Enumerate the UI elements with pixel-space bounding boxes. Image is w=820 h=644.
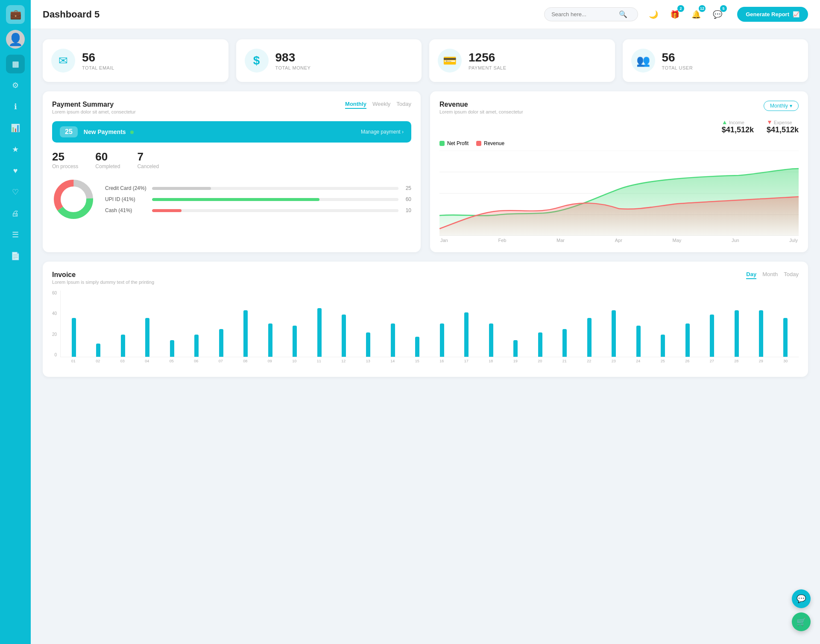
stat-card-email: ✉ 56 TOTAL EMAIL xyxy=(43,39,228,82)
x-label-13: 13 xyxy=(357,359,380,363)
search-input[interactable] xyxy=(551,11,615,17)
bar-col-27 xyxy=(700,315,723,357)
payment-stats-row: 25 On process 60 Completed 7 Canceled xyxy=(52,150,411,169)
x-label-11: 11 xyxy=(308,359,331,363)
generate-report-button[interactable]: Generate Report 📈 xyxy=(737,7,808,22)
x-label-01: 01 xyxy=(62,359,85,363)
money-stat-icon: $ xyxy=(245,49,269,73)
new-payments-bar: 25 New Payments Manage payment › xyxy=(52,121,411,143)
inv-tab-month[interactable]: Month xyxy=(762,271,778,279)
stat-card-user: 👥 56 TOTAL USER xyxy=(623,39,808,82)
x-label-16: 16 xyxy=(430,359,454,363)
sidebar-item-list[interactable]: ☰ xyxy=(6,225,25,244)
sidebar-item-chart[interactable]: 📊 xyxy=(6,119,25,137)
revenue-title: Revenue xyxy=(439,101,523,108)
invoice-card: Invoice Lorem Ipsum is simply dummy text… xyxy=(43,262,808,377)
theme-toggle-button[interactable]: 🌙 xyxy=(646,7,661,22)
bar-12 xyxy=(342,315,346,357)
x-label-25: 25 xyxy=(651,359,674,363)
sidebar-item-dashboard[interactable]: ▦ xyxy=(6,55,25,73)
settings-icon: ⚙ xyxy=(12,81,19,90)
bar-col-25 xyxy=(651,335,674,357)
header: Dashboard 5 🔍 🌙 🎁 2 🔔 12 💬 5 Generate Re xyxy=(31,0,820,29)
middle-row: Payment Summary Lorem ipsum dolor sit am… xyxy=(43,91,808,252)
generate-report-label: Generate Report xyxy=(746,11,789,17)
tab-weekly[interactable]: Weekly xyxy=(372,101,390,109)
cart-fab-button[interactable]: 🛒 xyxy=(792,612,811,631)
x-label-29: 29 xyxy=(750,359,773,363)
support-icon: 💬 xyxy=(797,594,806,603)
new-payments-count: 25 xyxy=(60,126,78,137)
bar-30 xyxy=(783,318,788,357)
invoice-chart-wrapper: 60 40 20 0 01020304050607080910111213141… xyxy=(52,291,799,367)
bar-11 xyxy=(317,308,322,357)
tab-monthly[interactable]: Monthly xyxy=(345,101,366,109)
sidebar-item-document[interactable]: 📄 xyxy=(6,247,25,265)
list-icon: ☰ xyxy=(12,230,19,239)
sidebar-item-heart-filled[interactable]: ♥ xyxy=(6,161,25,180)
revenue-month-button[interactable]: Monthly ▾ xyxy=(764,101,799,111)
bar-14 xyxy=(391,323,395,357)
expense-item: ▼ Expense $41,512k xyxy=(767,119,799,134)
x-label-jun: Jun xyxy=(732,238,739,243)
sidebar-avatar[interactable]: 👤 xyxy=(6,30,25,49)
chat-button[interactable]: 💬 5 xyxy=(710,7,725,22)
manage-payment-link[interactable]: Manage payment › xyxy=(361,129,404,135)
sidebar-item-settings[interactable]: ⚙ xyxy=(6,76,25,95)
sidebar-logo[interactable]: 💼 xyxy=(6,5,25,24)
donut-section: Credit Card (24%) 25 UPI ID (41%) 60 xyxy=(52,178,411,221)
x-label-feb: Feb xyxy=(498,238,506,243)
bar-09 xyxy=(268,323,272,357)
bar-26 xyxy=(685,323,690,357)
search-bar[interactable]: 🔍 xyxy=(544,7,638,21)
bar-col-23 xyxy=(602,310,625,357)
bar-24 xyxy=(636,326,641,357)
x-label-jan: Jan xyxy=(440,238,448,243)
revenue-subtitle: Lorem ipsum dolor sit amet, consectetur xyxy=(439,109,523,114)
main-area: Dashboard 5 🔍 🌙 🎁 2 🔔 12 💬 5 Generate Re xyxy=(31,0,820,644)
x-label-07: 07 xyxy=(209,359,232,363)
sidebar-item-print[interactable]: 🖨 xyxy=(6,204,25,223)
bar-col-28 xyxy=(725,310,748,357)
gift-button[interactable]: 🎁 2 xyxy=(667,7,682,22)
bar-20 xyxy=(538,332,542,357)
heart-outline-icon: ♡ xyxy=(12,187,19,197)
x-label-july: July xyxy=(789,238,798,243)
sidebar-item-star[interactable]: ★ xyxy=(6,140,25,159)
bar-col-20 xyxy=(529,332,551,357)
stat-cards-row: ✉ 56 TOTAL EMAIL $ 983 TOTAL MONEY 💳 125… xyxy=(43,39,808,82)
bar-19 xyxy=(513,340,518,357)
bar-col-03 xyxy=(111,335,134,357)
bar-col-06 xyxy=(185,335,208,357)
bar-29 xyxy=(759,310,763,357)
invoice-tabs: Day Month Today xyxy=(746,271,799,279)
bar-col-30 xyxy=(774,318,797,357)
notification-button[interactable]: 🔔 12 xyxy=(688,7,704,22)
bar-col-24 xyxy=(627,326,650,357)
progress-credit-card: Credit Card (24%) 25 xyxy=(105,185,411,191)
new-payments-label: New Payments xyxy=(84,128,126,135)
x-label-21: 21 xyxy=(553,359,576,363)
progress-upi: UPI ID (41%) 60 xyxy=(105,196,411,202)
sidebar-item-info[interactable]: ℹ xyxy=(6,97,25,116)
inv-tab-today[interactable]: Today xyxy=(784,271,799,279)
x-label-10: 10 xyxy=(283,359,306,363)
sidebar-item-heart-outline[interactable]: ♡ xyxy=(6,183,25,201)
support-fab-button[interactable]: 💬 xyxy=(792,589,811,608)
bar-col-09 xyxy=(259,323,281,357)
bar-col-29 xyxy=(750,310,772,357)
user-stat-value: 56 xyxy=(662,51,693,64)
email-stat-icon: ✉ xyxy=(51,49,75,73)
invoice-y-axis: 60 40 20 0 xyxy=(52,291,60,367)
bar-col-10 xyxy=(283,326,306,357)
money-stat-value: 983 xyxy=(275,51,311,64)
x-label-19: 19 xyxy=(504,359,527,363)
email-stat-label: TOTAL EMAIL xyxy=(82,65,114,70)
search-icon: 🔍 xyxy=(619,10,627,18)
x-label-28: 28 xyxy=(725,359,748,363)
bar-03 xyxy=(121,335,125,357)
tab-today[interactable]: Today xyxy=(396,101,411,109)
x-label-04: 04 xyxy=(136,359,159,363)
money-stat-label: TOTAL MONEY xyxy=(275,65,311,70)
inv-tab-day[interactable]: Day xyxy=(746,271,756,279)
